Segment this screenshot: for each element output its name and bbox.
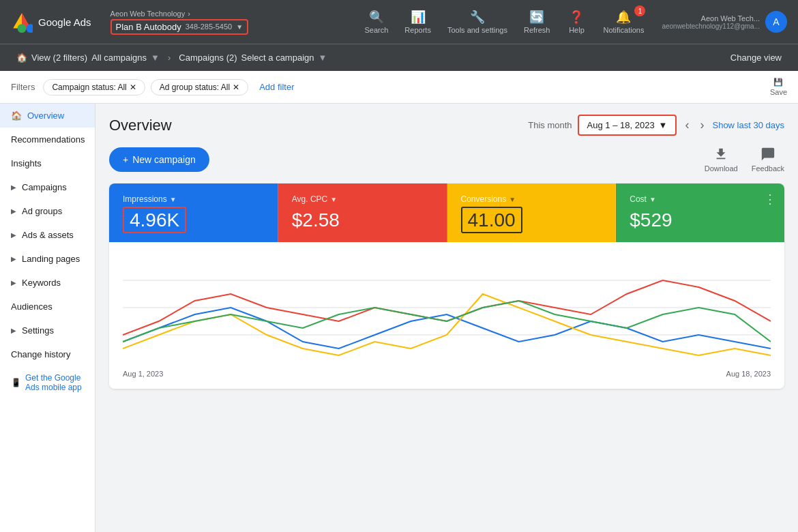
avg-cpc-card[interactable]: Avg. CPC ▼ $2.58	[278, 183, 447, 242]
show-last-30-link[interactable]: Show last 30 days	[712, 120, 784, 130]
campaign-status-filter[interactable]: Campaign status: All ✕	[43, 79, 145, 95]
overview-header: Overview This month Aug 1 – 18, 2023 ▼ ‹…	[109, 115, 784, 136]
save-icon: 💾	[773, 78, 783, 87]
action-row: + New campaign Download Feedback	[109, 147, 784, 173]
notifications-nav-btn[interactable]: 🔔 1 Notifications	[596, 7, 651, 37]
mobile-icon: 📱	[11, 378, 21, 387]
select-campaign-label: Select a campaign	[241, 53, 314, 63]
top-nav: Google Ads Aeon Web Technology › Plan B …	[0, 0, 798, 44]
action-right: Download Feedback	[705, 147, 784, 173]
refresh-icon: 🔄	[529, 10, 544, 25]
help-label: Help	[569, 26, 585, 34]
date-controls: This month Aug 1 – 18, 2023 ▼ ‹ › Show l…	[528, 115, 784, 136]
conversions-dropdown-icon: ▼	[509, 196, 516, 203]
settings-expand-icon: ▶	[11, 327, 16, 334]
add-filter-button[interactable]: Add filter	[254, 79, 299, 95]
campaigns-expand-icon: ▶	[11, 183, 16, 191]
save-button[interactable]: 💾 Save	[770, 78, 787, 96]
chart-area: Aug 1, 2023 Aug 18, 2023	[109, 242, 784, 389]
user-email: aeonwebtechnology112@gma...	[662, 23, 760, 30]
conversions-label: Conversions ▼	[461, 194, 602, 204]
main-layout: 🏠 Overview Recommendations Insights ▶ Ca…	[0, 104, 798, 532]
search-nav-btn[interactable]: 🔍 Aug 1, 2023 Search	[358, 7, 396, 37]
cost-value: $529	[630, 209, 771, 231]
mobile-app-link[interactable]: 📱 Get the Google Ads mobile app	[0, 366, 95, 399]
conversions-card[interactable]: Conversions ▼ 41.00	[447, 183, 617, 242]
all-campaigns-label: All campaigns	[91, 53, 147, 63]
avg-cpc-value: $2.58	[292, 209, 433, 231]
chart-dates: Aug 1, 2023 Aug 18, 2023	[123, 370, 771, 378]
nav-actions: 🔍 Aug 1, 2023 Search 📊 Reports 🔧 Tools a…	[358, 7, 651, 37]
sidebar-item-keywords[interactable]: ▶ Keywords	[0, 271, 95, 295]
tools-nav-btn[interactable]: 🔧 Tools and settings	[441, 7, 514, 37]
feedback-label: Feedback	[752, 164, 784, 173]
download-icon	[713, 147, 728, 162]
logo-area: Google Ads	[11, 11, 91, 33]
cost-card[interactable]: Cost ▼ $529 ⋮	[616, 183, 784, 242]
save-label: Save	[770, 88, 787, 96]
date-next-button[interactable]: ›	[697, 115, 707, 135]
reports-nav-btn[interactable]: 📊 Reports	[398, 7, 438, 37]
google-ads-logo-icon	[11, 11, 33, 33]
ad-groups-expand-icon: ▶	[11, 207, 16, 215]
select-campaign-breadcrumb[interactable]: Campaigns (2) Select a campaign ▼	[173, 50, 332, 65]
reports-icon: 📊	[411, 10, 426, 25]
download-button[interactable]: Download	[705, 147, 738, 173]
date-prev-button[interactable]: ‹	[682, 115, 692, 135]
sidebar-item-audiences[interactable]: Audiences	[0, 295, 95, 319]
feedback-icon	[760, 147, 775, 162]
account-parent: Aeon Web Technology ›	[110, 10, 249, 18]
keywords-expand-icon: ▶	[11, 279, 16, 286]
breadcrumb-nav: 🏠 View (2 filters) All campaigns ▼ › Cam…	[0, 44, 798, 71]
metrics-container: Impressions ▼ 4.96K Avg. CPC ▼ $2.58	[109, 183, 784, 389]
account-info: Aeon Web Technology › Plan B Autobody 34…	[110, 10, 249, 35]
overview-title: Overview	[109, 117, 172, 134]
impressions-value: 4.96K	[123, 209, 264, 231]
sidebar-item-settings[interactable]: ▶ Settings	[0, 319, 95, 342]
sidebar: 🏠 Overview Recommendations Insights ▶ Ca…	[0, 104, 95, 532]
conversions-value: 41.00	[461, 209, 602, 231]
sidebar-item-insights[interactable]: Insights	[0, 151, 95, 175]
refresh-nav-btn[interactable]: 🔄 Refresh	[517, 7, 557, 37]
more-options-button[interactable]: ⋮	[764, 192, 776, 207]
date-range-button[interactable]: Aug 1 – 18, 2023 ▼	[578, 115, 677, 136]
download-label: Download	[705, 164, 738, 173]
user-avatar[interactable]: A	[765, 11, 787, 33]
avg-cpc-dropdown-icon: ▼	[330, 196, 337, 203]
sidebar-item-ads-assets[interactable]: ▶ Ads & assets	[0, 223, 95, 247]
ad-group-status-filter[interactable]: Ad group status: All ✕	[151, 79, 248, 95]
plus-icon: +	[123, 154, 128, 165]
tools-label: Tools and settings	[447, 26, 507, 34]
feedback-button[interactable]: Feedback	[752, 147, 784, 173]
sidebar-item-ad-groups[interactable]: ▶ Ad groups	[0, 199, 95, 223]
avg-cpc-label: Avg. CPC ▼	[292, 194, 433, 204]
help-nav-btn[interactable]: ❓ Help	[559, 7, 593, 37]
chart-start-date: Aug 1, 2023	[123, 370, 163, 378]
sidebar-item-overview[interactable]: 🏠 Overview	[0, 104, 95, 128]
campaigns-count-label: Campaigns (2)	[179, 53, 237, 63]
account-id: 348-285-5450	[186, 23, 233, 31]
cost-label: Cost ▼	[630, 194, 771, 204]
all-campaigns-breadcrumb[interactable]: 🏠 View (2 filters) All campaigns ▼	[11, 50, 165, 65]
sidebar-item-change-history[interactable]: Change history	[0, 342, 95, 366]
new-campaign-label: New campaign	[132, 154, 196, 165]
metrics-cards: Impressions ▼ 4.96K Avg. CPC ▼ $2.58	[109, 183, 784, 242]
user-area[interactable]: Aeon Web Tech... aeonwebtechnology112@gm…	[662, 11, 787, 33]
performance-chart	[123, 253, 771, 362]
new-campaign-button[interactable]: + New campaign	[109, 147, 209, 172]
sidebar-item-campaigns[interactable]: ▶ Campaigns	[0, 175, 95, 199]
notifications-icon: 🔔	[616, 10, 631, 25]
impressions-dropdown-icon: ▼	[170, 196, 177, 203]
refresh-label: Refresh	[524, 26, 550, 34]
date-range-label: Aug 1 – 18, 2023	[587, 120, 655, 130]
change-view-button[interactable]: Change view	[725, 50, 787, 65]
sidebar-item-recommendations[interactable]: Recommendations	[0, 128, 95, 151]
sidebar-item-landing-pages[interactable]: ▶ Landing pages	[0, 247, 95, 271]
reports-label: Reports	[404, 26, 431, 34]
chart-end-date: Aug 18, 2023	[726, 370, 771, 378]
impressions-card[interactable]: Impressions ▼ 4.96K	[109, 183, 278, 242]
notifications-badge: 1	[634, 5, 645, 16]
user-name: Aeon Web Tech...	[701, 14, 760, 23]
account-selector[interactable]: Plan B Autobody 348-285-5450 ▼	[110, 19, 249, 35]
help-icon: ❓	[569, 10, 584, 25]
